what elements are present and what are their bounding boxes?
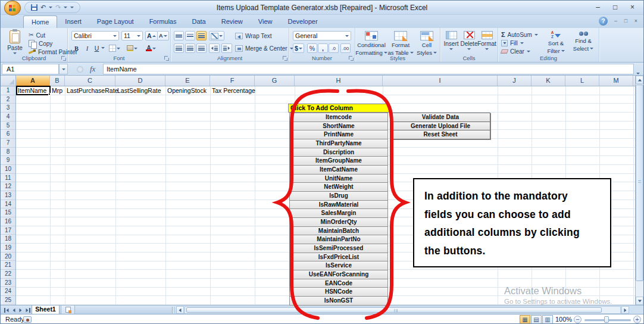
wrap-text-button[interactable]: Wrap Text bbox=[235, 32, 272, 40]
align-center-button[interactable] bbox=[185, 43, 195, 53]
add-column-button-thirdpartyname[interactable]: ThirdPartyName bbox=[289, 139, 388, 148]
row-header-24[interactable]: 24 bbox=[1, 287, 15, 296]
record-macro-icon[interactable] bbox=[23, 316, 32, 323]
row-header-6[interactable]: 6 bbox=[1, 130, 15, 139]
first-sheet-icon[interactable] bbox=[4, 308, 9, 313]
add-column-button-itemgroupname[interactable]: ItemGroupName bbox=[289, 157, 388, 166]
add-column-button-eancode[interactable]: EANCode bbox=[289, 279, 388, 288]
font-name-combo[interactable]: Calibri bbox=[71, 31, 119, 40]
tab-review[interactable]: Review bbox=[214, 15, 251, 28]
tab-split-handle[interactable] bbox=[172, 307, 175, 313]
generate-upload-file-button[interactable]: Generate Upload File bbox=[390, 122, 490, 131]
column-header-l[interactable]: L bbox=[565, 76, 599, 86]
add-column-button-minorderqty[interactable]: MinOrderQty bbox=[289, 218, 388, 227]
row-header-4[interactable]: 4 bbox=[1, 113, 15, 122]
tab-formulas[interactable]: Formulas bbox=[142, 15, 185, 28]
add-column-button-discription[interactable]: Discription bbox=[289, 148, 388, 157]
decrease-decimal-button[interactable]: .00 bbox=[340, 43, 351, 53]
row-header-10[interactable]: 10 bbox=[1, 165, 15, 174]
format-as-table-button[interactable]: Format as Table bbox=[387, 31, 414, 56]
add-column-button-useeanforscanning[interactable]: UseEANForScanning bbox=[289, 270, 388, 279]
column-header-h[interactable]: H bbox=[295, 76, 383, 86]
row-header-11[interactable]: 11 bbox=[1, 174, 15, 183]
underline-dropdown-icon[interactable] bbox=[101, 47, 105, 49]
help-icon[interactable]: ? bbox=[599, 17, 608, 26]
zoom-slider-handle[interactable] bbox=[604, 316, 609, 323]
add-column-button-maintainpartno[interactable]: MaintainPartNo bbox=[289, 235, 388, 244]
font-size-combo[interactable]: 11 bbox=[121, 31, 143, 40]
tab-developer[interactable]: Developer bbox=[280, 15, 325, 28]
number-format-combo[interactable]: General bbox=[293, 31, 351, 40]
workbook-restore-button[interactable]: □ bbox=[621, 17, 631, 26]
add-column-button-issemiprocessed[interactable]: IsSemiProcessed bbox=[289, 244, 388, 253]
row-header-13[interactable]: 13 bbox=[1, 191, 15, 200]
workbook-minimize-button[interactable]: – bbox=[611, 17, 621, 26]
insert-cells-button[interactable]: Insert bbox=[442, 31, 460, 50]
row-header-16[interactable]: 16 bbox=[1, 217, 15, 226]
row-header-8[interactable]: 8 bbox=[1, 148, 15, 157]
sheet-grid[interactable]: ItemName Mrp LastPurchaseRate LastSellin… bbox=[16, 86, 636, 305]
cell-b1[interactable]: Mrp bbox=[50, 86, 65, 95]
cell-f1[interactable]: Tax Percentage bbox=[210, 86, 258, 95]
vertical-scroll-thumb[interactable] bbox=[636, 85, 643, 281]
italic-button[interactable]: I bbox=[82, 43, 92, 53]
fill-button[interactable]: Fill bbox=[501, 39, 524, 47]
row-header-1[interactable]: 1 bbox=[1, 86, 15, 95]
grow-font-button[interactable]: A bbox=[145, 31, 158, 40]
add-column-button-isdrug[interactable]: IsDrug bbox=[289, 192, 388, 201]
column-header-j[interactable]: J bbox=[498, 76, 532, 86]
column-header-i[interactable]: I bbox=[383, 76, 498, 86]
column-header-a[interactable]: A bbox=[16, 76, 50, 86]
select-all-corner[interactable] bbox=[1, 76, 16, 86]
name-box-dropdown-icon[interactable] bbox=[59, 64, 68, 74]
borders-button[interactable] bbox=[107, 43, 122, 53]
decrease-indent-button[interactable] bbox=[209, 43, 220, 53]
delete-cells-button[interactable]: Delete bbox=[460, 31, 478, 50]
underline-button[interactable]: U bbox=[92, 43, 102, 53]
reset-sheet-button[interactable]: Reset Sheet bbox=[390, 130, 490, 139]
minimize-button[interactable]: – bbox=[589, 2, 607, 13]
shrink-font-button[interactable]: A bbox=[157, 31, 169, 40]
percent-style-button[interactable]: % bbox=[307, 43, 317, 53]
validate-data-button[interactable]: Validate Data bbox=[390, 113, 490, 122]
find-select-button[interactable]: Find & Select bbox=[571, 31, 596, 52]
add-column-button-shortname[interactable]: ShortName bbox=[289, 122, 388, 131]
page-break-view-button[interactable]: ▥ bbox=[542, 315, 553, 324]
row-header-9[interactable]: 9 bbox=[1, 156, 15, 165]
add-column-button-maintainbatch[interactable]: MaintainBatch bbox=[289, 227, 388, 236]
fill-color-button[interactable] bbox=[125, 43, 139, 53]
restore-button[interactable]: □ bbox=[607, 2, 624, 13]
row-header-3[interactable]: 3 bbox=[1, 104, 15, 113]
bold-button[interactable]: B bbox=[71, 43, 82, 53]
scroll-up-icon[interactable] bbox=[636, 76, 643, 84]
scroll-left-icon[interactable] bbox=[176, 306, 184, 314]
insert-worksheet-button[interactable] bbox=[61, 306, 75, 314]
next-sheet-icon[interactable] bbox=[19, 308, 22, 313]
orientation-button[interactable] bbox=[209, 31, 224, 40]
zoom-in-icon[interactable]: + bbox=[633, 316, 641, 323]
tab-home[interactable]: Home bbox=[23, 15, 57, 28]
row-header-21[interactable]: 21 bbox=[1, 261, 15, 270]
row-header-25[interactable]: 25 bbox=[1, 296, 15, 305]
accounting-format-button[interactable]: $ bbox=[293, 43, 304, 53]
row-header-14[interactable]: 14 bbox=[1, 200, 15, 209]
cell-d1[interactable]: LastSellingRate bbox=[115, 86, 165, 95]
close-button[interactable]: × bbox=[624, 2, 641, 13]
add-column-button-isfxdpricelist[interactable]: IsFxdPriceList bbox=[289, 253, 388, 262]
zoom-level[interactable]: 100% bbox=[555, 316, 572, 323]
row-header-17[interactable]: 17 bbox=[1, 226, 15, 235]
add-column-button-isservice[interactable]: IsService bbox=[289, 261, 388, 270]
column-header-c[interactable]: C bbox=[65, 76, 115, 86]
tab-insert[interactable]: Insert bbox=[57, 15, 89, 28]
column-header-f[interactable]: F bbox=[210, 76, 255, 86]
comma-style-button[interactable]: , bbox=[318, 43, 328, 53]
align-right-button[interactable] bbox=[196, 43, 207, 53]
formula-input[interactable]: ItemName bbox=[103, 64, 634, 74]
row-header-15[interactable]: 15 bbox=[1, 208, 15, 217]
increase-decimal-button[interactable]: .0 bbox=[329, 43, 339, 53]
font-dialog-launcher-icon[interactable] bbox=[164, 56, 169, 61]
cell-styles-button[interactable]: Cell Styles bbox=[415, 31, 439, 56]
align-middle-button[interactable] bbox=[185, 31, 195, 40]
cell-c1[interactable]: LastPurchaseRate bbox=[65, 86, 115, 95]
cell-e1[interactable]: OpeningStock bbox=[165, 86, 210, 95]
